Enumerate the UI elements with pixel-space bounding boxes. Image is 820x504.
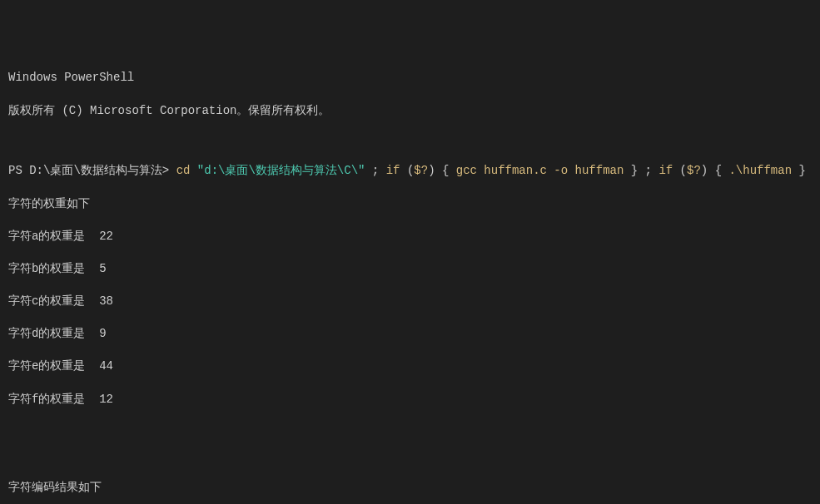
weight-f: 字符f的权重是 12 bbox=[8, 392, 812, 408]
cmd-path: "d:\桌面\数据结构与算法\C\" bbox=[197, 164, 365, 177]
cmd-var1: $? bbox=[414, 164, 428, 177]
cmd-close1: } ; bbox=[624, 164, 658, 177]
weight-c: 字符c的权重是 38 bbox=[8, 294, 812, 310]
blank-line bbox=[8, 424, 812, 436]
weight-a: 字符a的权重是 22 bbox=[8, 229, 812, 245]
cmd-var2: $? bbox=[687, 164, 701, 177]
cmd-cd: cd bbox=[176, 164, 197, 177]
weights-header: 字符的权重如下 bbox=[8, 196, 812, 213]
cmd-if1: if bbox=[386, 164, 400, 177]
copyright-line: 版权所有 (C) Microsoft Corporation。保留所有权利。 bbox=[8, 103, 812, 120]
cmd-gcc: gcc huffman.c -o huffman bbox=[456, 164, 624, 177]
cmd-sep1: ; bbox=[365, 164, 385, 177]
cmd-paren4: ) { bbox=[701, 164, 729, 177]
powershell-title: Windows PowerShell bbox=[8, 70, 812, 86]
encoding-header: 字符编码结果如下 bbox=[8, 480, 812, 497]
blank-line bbox=[8, 136, 812, 147]
weight-d: 字符d的权重是 9 bbox=[8, 326, 812, 343]
cmd-close2: } bbox=[792, 164, 806, 177]
blank-line bbox=[8, 452, 812, 463]
command-line[interactable]: PS D:\桌面\数据结构与算法> cd "d:\桌面\数据结构与算法\C\" … bbox=[8, 163, 812, 180]
ps-prompt: PS D:\桌面\数据结构与算法> bbox=[8, 164, 176, 177]
weight-e: 字符e的权重是 44 bbox=[8, 358, 812, 375]
cmd-if2: if bbox=[658, 164, 673, 177]
cmd-paren2: ) { bbox=[428, 164, 456, 177]
weight-b: 字符b的权重是 5 bbox=[8, 261, 812, 278]
cmd-paren3: ( bbox=[673, 164, 687, 177]
cmd-run: .\huffman bbox=[728, 164, 792, 177]
cmd-paren1: ( bbox=[400, 164, 415, 177]
